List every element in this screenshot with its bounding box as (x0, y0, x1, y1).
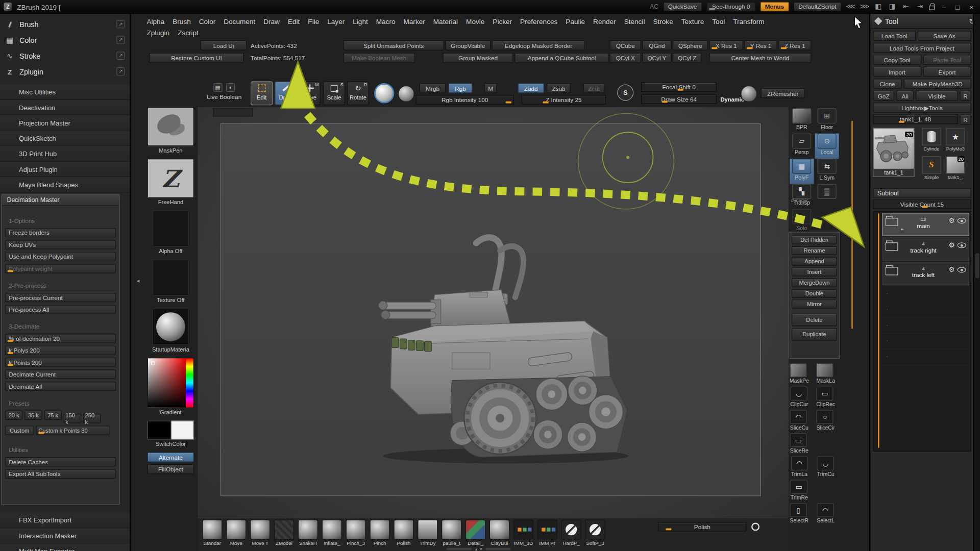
subtool-op-button[interactable]: Mirror (792, 300, 837, 309)
menu-item[interactable]: Transform (733, 18, 764, 26)
menu-item[interactable]: Marker (404, 18, 425, 26)
m-button[interactable]: M (484, 83, 497, 93)
decimation-item[interactable]: Custom k Points 30 (36, 425, 110, 435)
decimation-item[interactable]: 20 k (5, 411, 23, 420)
z-intensity-slider[interactable]: Z Intensity 25 (522, 95, 606, 105)
menu-item[interactable]: Zscript (178, 29, 199, 37)
plugin-header[interactable]: Multi Map Exporter (0, 543, 130, 551)
draw-size-slider[interactable]: Draw Size 64 (641, 94, 717, 104)
menu-item[interactable]: Color (199, 18, 215, 26)
tool-thumbnail[interactable]: PolyMe3 (943, 128, 967, 157)
brush-preset[interactable]: ClayBui (487, 519, 511, 546)
goz-all-button[interactable]: All (896, 91, 914, 101)
tool-thumbnail[interactable]: Cylinde (919, 128, 943, 157)
panel-right-icon[interactable] (915, 3, 925, 10)
decimation-item[interactable]: 150 k (64, 414, 82, 423)
lock-icon[interactable] (929, 5, 935, 10)
subtool-op-button[interactable]: Double (792, 289, 837, 298)
switch-color[interactable]: SwitchColor (145, 421, 197, 447)
gear-icon[interactable] (948, 266, 954, 274)
group-masked-button[interactable]: Group Masked (443, 53, 513, 63)
maximize-button[interactable] (953, 3, 963, 11)
brush-preset[interactable]: Standar (200, 519, 224, 546)
palette-selector[interactable]: Alpha Off (145, 210, 197, 254)
window-scrollbar[interactable] (973, 14, 980, 551)
eye-icon[interactable] (958, 267, 966, 272)
minimize-button[interactable] (939, 3, 949, 11)
dock-right-icon[interactable] (888, 3, 897, 10)
x-res-slider[interactable]: X Res 1 (709, 40, 743, 51)
tool-name-slider[interactable]: tank1_1. 48 (873, 115, 958, 124)
qcyl-y-button[interactable]: QCyl Y (643, 53, 672, 63)
palette-selector[interactable]: StartupMateria (145, 309, 197, 353)
lightbox-tools-button[interactable]: Lightbox▶Tools (873, 103, 971, 113)
decimation-item[interactable]: k Points 200 (5, 358, 116, 367)
brush-preset[interactable]: IMM_3D (511, 519, 535, 546)
decimation-item[interactable]: Decimate Current (5, 370, 116, 380)
menu-item[interactable]: Tool (712, 18, 725, 26)
menu-item[interactable]: Movie (466, 18, 484, 26)
decimation-item[interactable]: % of decimation 20 (5, 334, 116, 343)
decimation-item[interactable]: Delete Caches (5, 457, 116, 467)
external-link-icon[interactable] (116, 67, 125, 76)
stroke-icon[interactable]: S (617, 84, 633, 101)
dock-left-icon[interactable] (873, 3, 883, 10)
decimation-item[interactable]: 2-Pre-process (5, 281, 116, 290)
menu-item[interactable]: Paulie (566, 18, 585, 26)
external-link-icon[interactable] (116, 52, 125, 60)
edit-button[interactable]: Edit (251, 81, 273, 105)
group-visible-button[interactable]: GroupVisible (445, 40, 491, 51)
brush-preset[interactable]: SoftP_3 (583, 519, 607, 546)
decimation-item[interactable]: Presets (5, 398, 116, 408)
brush-preset[interactable]: Inflate_ (320, 519, 344, 546)
dynamic-label[interactable]: Dynamic (721, 96, 744, 103)
see-through-slider[interactable]: See-through 0 (706, 2, 756, 12)
save-as-button[interactable]: Save As (918, 31, 971, 41)
polish-slider[interactable]: Polish (658, 522, 746, 532)
plugin-header[interactable]: Projection Master (0, 115, 130, 131)
tray-scrollbar[interactable] (441, 546, 517, 551)
divider-adjust-left-icon[interactable] (846, 3, 855, 10)
brush-preset[interactable]: Pinch_3 (344, 519, 368, 546)
qcyl-z-button[interactable]: QCyl Z (673, 53, 702, 63)
subtool-op-button[interactable]: Append (792, 257, 837, 266)
rotate-button[interactable]: R ↻ Rotate (347, 81, 369, 105)
panel-collapse-arrow-icon[interactable] (137, 278, 140, 284)
external-link-icon[interactable] (116, 20, 125, 28)
draw-button[interactable]: Draw (275, 81, 297, 105)
copy-tool-button[interactable]: Copy Tool (873, 55, 921, 65)
menu-item[interactable]: Document (224, 18, 255, 26)
menu-item[interactable]: Light (353, 18, 368, 26)
hue-strip[interactable] (186, 358, 193, 407)
brush-preset[interactable]: Move T (248, 519, 272, 546)
load-ui-button[interactable]: Load Ui (200, 40, 247, 51)
subtool-op-button[interactable]: Delete (792, 314, 837, 327)
load-tools-from-project-button[interactable]: Load Tools From Project (873, 43, 971, 53)
material-preview-icon[interactable] (374, 83, 394, 103)
default-zscript-button[interactable]: DefaultZScript (793, 2, 841, 12)
brush-preset[interactable]: HardP_ (559, 519, 583, 546)
decimation-master-title[interactable]: Decimation Master (2, 194, 119, 206)
brush-preset[interactable]: ZModel (272, 519, 296, 546)
panel-left-icon[interactable] (901, 3, 911, 10)
menu-item[interactable]: Stencil (624, 18, 645, 26)
menus-button[interactable]: Menus (760, 2, 789, 12)
menu-item[interactable]: Alpha (146, 18, 164, 26)
decimation-item[interactable]: 250 k (83, 414, 101, 423)
qgrid-button[interactable]: QGrid (643, 40, 672, 51)
gradient-picker-icon[interactable] (148, 358, 194, 408)
qcube-button[interactable]: QCube (609, 40, 641, 51)
decimation-item[interactable]: Keep UVs (5, 240, 116, 249)
qcyl-x-button[interactable]: QCyl X (609, 53, 641, 63)
decimation-item[interactable]: Export All SubTools (5, 469, 116, 479)
menu-item[interactable]: File (308, 18, 319, 26)
menu-item[interactable]: Layer (327, 18, 345, 26)
zremesher-button[interactable]: ZRemesher (761, 88, 805, 98)
qsphere-button[interactable]: QSphere (673, 40, 708, 51)
subtool-item[interactable]: 4 track right (883, 237, 969, 261)
sidebar-palette-item[interactable]: Zplugin (0, 64, 130, 80)
zadd-button[interactable]: Zadd (518, 83, 544, 93)
palette-selector[interactable]: Texture Off (145, 260, 197, 304)
decimation-item[interactable]: 35 k (24, 411, 42, 420)
y-res-slider[interactable]: Y Res 1 (744, 40, 777, 51)
